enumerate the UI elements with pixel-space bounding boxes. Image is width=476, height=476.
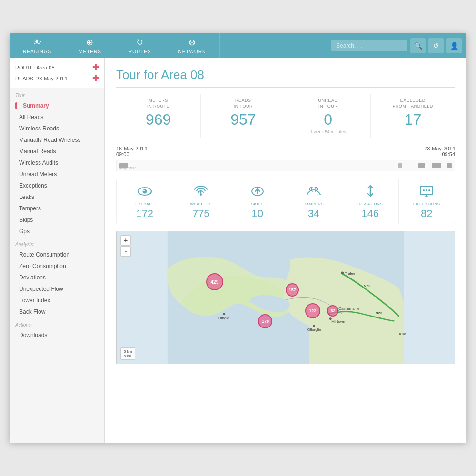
actions-section-label: Actions: — [10, 317, 104, 329]
skips-value: 10 — [231, 208, 284, 220]
icon-stats-row: EYEBALL 172 WIRELESS 775 — [116, 179, 455, 224]
route-info: ROUTE: Area 08 ✚ READS: 23-May-2014 ✚ — [10, 58, 104, 88]
sidebar-item-back-flow[interactable]: Back Flow — [10, 306, 104, 317]
stat-unread-in-tour: UNREADIN TOUR 0 1 week 54 minutes — [286, 94, 371, 138]
sidebar-item-summary[interactable]: Summary — [10, 100, 104, 111]
stat-unread-label: UNREADIN TOUR — [289, 98, 367, 109]
svg-text:Dingle: Dingle — [218, 316, 229, 320]
date-row: 16-May-201409:00 23-May-201409:54 — [116, 146, 455, 157]
stat-reads-in-tour: READSIN TOUR 957 — [201, 94, 286, 138]
search-input[interactable] — [331, 40, 407, 51]
svg-point-3 — [200, 194, 202, 196]
sidebar-item-deviations[interactable]: Deviations — [10, 272, 104, 283]
wireless-value: 775 — [175, 208, 228, 220]
legend-km: 5 km — [124, 349, 132, 354]
wireless-icon — [175, 185, 228, 200]
sidebar-item-all-reads[interactable]: All Reads — [10, 111, 104, 123]
timeline-label: May-2014 — [119, 166, 137, 170]
nav-network[interactable]: ⊛ NETWORK — [165, 33, 220, 58]
wireless-label: WIRELESS — [175, 202, 228, 206]
sidebar-item-manually-read-wireless[interactable]: Manually Read Wireless — [10, 134, 104, 146]
sidebar-item-route-consumption[interactable]: Route Consumption — [10, 249, 104, 260]
sidebar-item-leaks[interactable]: Leaks — [10, 191, 104, 203]
reads-line: READS: 23-May-2014 ✚ — [15, 73, 99, 84]
analysis-section-label: Analysis: — [10, 237, 104, 249]
stat-meters-label: METERSIN ROUTE — [119, 98, 198, 109]
deviations-label: DEVIATIONS — [344, 202, 397, 206]
tour-section-label: Tour — [10, 88, 104, 100]
svg-text:Killa: Killa — [399, 332, 407, 337]
svg-text:N22: N22 — [364, 284, 371, 288]
reads-add-icon[interactable]: ✚ — [92, 74, 99, 83]
deviations-value: 146 — [344, 208, 397, 220]
sidebar-item-downloads[interactable]: Downloads — [10, 329, 104, 341]
sidebar-item-wireless-audits[interactable]: Wireless Audits — [10, 157, 104, 169]
svg-point-1 — [142, 189, 147, 194]
zoom-out-button[interactable]: - — [120, 246, 131, 257]
svg-text:N23: N23 — [376, 311, 383, 315]
zoom-in-button[interactable]: + — [120, 235, 131, 246]
nav-right: 🔍 ↺ 👤 — [327, 33, 466, 58]
sidebar-item-unread-meters[interactable]: Unread Meters — [10, 169, 104, 180]
nav-readings[interactable]: 👁 READINGS — [10, 33, 65, 58]
svg-point-5 — [423, 189, 425, 191]
svg-text:Castlemaine: Castlemaine — [338, 307, 360, 311]
map-controls: + - — [120, 235, 131, 257]
top-nav: 👁 READINGS ⊕ METERS ↻ ROUTES ⊛ NETWORK 🔍… — [10, 33, 466, 58]
icon-stat-skips: SKIPS 10 — [229, 179, 286, 224]
svg-point-11 — [223, 313, 225, 316]
icon-stat-wireless: WIRELESS 775 — [173, 179, 230, 224]
svg-text:Killorglin: Killorglin — [307, 327, 321, 332]
deviations-icon — [344, 185, 397, 200]
icon-stat-exceptions: EXCEPTIONS 82 — [399, 179, 455, 224]
page-title: Tour for Area 08 — [116, 68, 455, 88]
summary-label: Summary — [19, 102, 49, 109]
stat-excluded: EXCLUDEDFROM HANDHELD 17 — [371, 94, 455, 138]
sidebar-item-wireless-reads[interactable]: Wireless Reads — [10, 123, 104, 134]
timeline: May-2014 — [116, 160, 455, 171]
sidebar-item-tampers[interactable]: Tampers — [10, 203, 104, 214]
user-button[interactable]: 👤 — [446, 38, 462, 53]
svg-point-6 — [426, 189, 427, 191]
nav-routes[interactable]: ↻ ROUTES — [115, 33, 165, 58]
stat-meters-value: 969 — [119, 111, 198, 129]
stat-unread-value: 0 — [289, 111, 367, 129]
map-pin-157[interactable]: 157 — [286, 283, 299, 297]
nav-meters[interactable]: ⊕ METERS — [65, 33, 115, 58]
nav-network-label: NETWORK — [178, 49, 206, 54]
meters-icon: ⊕ — [86, 37, 94, 48]
eyeball-icon — [119, 185, 171, 200]
stat-excluded-label: EXCLUDEDFROM HANDHELD — [374, 98, 452, 109]
stat-unread-note: 1 week 54 minutes — [289, 129, 367, 134]
tampers-icon — [288, 185, 340, 200]
map-pin-429[interactable]: 429 — [206, 273, 223, 290]
timeline-bar-5 — [447, 163, 452, 168]
sidebar-item-manual-reads[interactable]: Manual Reads — [10, 146, 104, 157]
nav-meters-label: METERS — [79, 49, 101, 54]
eyeball-value: 172 — [119, 208, 171, 220]
sidebar-item-skips[interactable]: Skips — [10, 214, 104, 226]
app-window: 👁 READINGS ⊕ METERS ↻ ROUTES ⊛ NETWORK 🔍… — [10, 33, 466, 443]
svg-point-2 — [143, 190, 145, 191]
map-pin-122[interactable]: 122 — [305, 303, 320, 318]
map-container: Tralee Dingle Castlemaine Milltown Killo… — [116, 231, 455, 364]
icon-stat-tampers: TAMPERS 34 — [286, 179, 343, 224]
search-button[interactable]: 🔍 — [410, 38, 426, 53]
stat-meters-in-route: METERSIN ROUTE 969 — [116, 94, 201, 138]
route-add-icon[interactable]: ✚ — [92, 63, 99, 72]
sidebar-item-gps[interactable]: Gps — [10, 226, 104, 237]
svg-point-17 — [313, 325, 315, 327]
readings-icon: 👁 — [33, 38, 42, 48]
refresh-button[interactable]: ↺ — [428, 38, 444, 53]
sidebar-item-lower-index[interactable]: Lower Index — [10, 295, 104, 306]
sidebar-item-unexpected-flow[interactable]: Unexpected Flow — [10, 283, 104, 295]
icon-stat-eyeball: EYEBALL 172 — [117, 179, 173, 224]
map-pin-62[interactable]: 62 — [327, 305, 338, 317]
eyeball-label: EYEBALL — [119, 202, 171, 206]
sidebar-item-zero-consumption[interactable]: Zero Consumption — [10, 260, 104, 272]
sidebar-item-exceptions[interactable]: Exceptions — [10, 180, 104, 191]
map-pin-179[interactable]: 179 — [258, 314, 272, 328]
timeline-bar-4 — [432, 163, 441, 168]
network-icon: ⊛ — [188, 37, 196, 48]
map-legend: 5 km 5 mi — [120, 347, 135, 360]
